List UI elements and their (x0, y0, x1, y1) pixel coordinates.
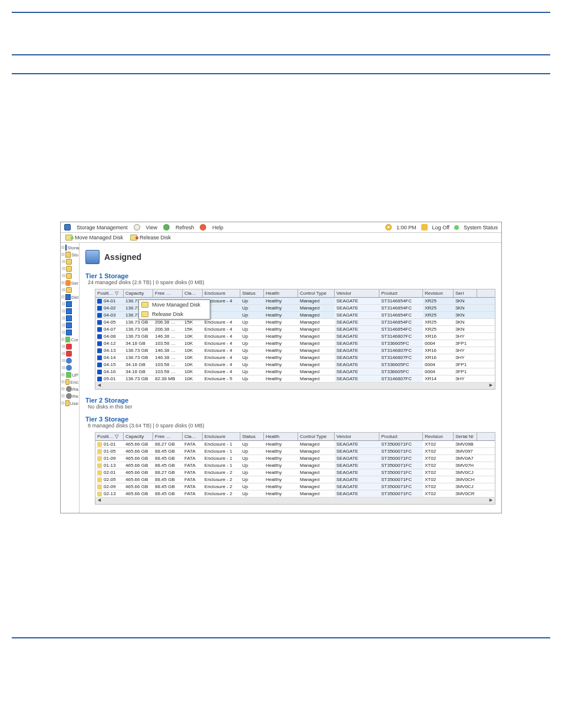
tree-item[interactable]: ⊟ (61, 357, 78, 364)
col-product[interactable]: Product (379, 289, 423, 297)
col-capacity[interactable]: Capacity (124, 433, 153, 440)
tree-label: Sto (71, 252, 78, 258)
col-class[interactable]: Cla… (183, 289, 203, 297)
move-disk-icon (65, 235, 72, 241)
col-status[interactable]: Status (240, 289, 264, 297)
table-row[interactable]: 04-14136.73 GB146.38 …10KEnclosure - 4Up… (95, 354, 495, 361)
disk-icon (97, 299, 102, 304)
nav-tree-panel[interactable]: ⊟Storage⊟Sto⊟⊟⊟⊟Ser⊟⊟Del⊟⊟⊟⊟⊟⊟Cor⊟⊟⊟⊟⊟UP… (61, 243, 80, 513)
tree-item[interactable]: ⊟ (61, 315, 78, 322)
table-row[interactable]: 04-07136.73 GB206.38 …15KEnclosure - 4Up… (95, 326, 495, 333)
tree-item[interactable]: ⊟Re (61, 393, 78, 400)
table-row[interactable]: 04-1534.18 GB103.58 …10KEnclosure - 4UpH… (95, 361, 495, 368)
col-product[interactable]: Product (379, 433, 423, 440)
col-free[interactable]: Free … (153, 433, 183, 440)
horizontal-scrollbar[interactable] (95, 383, 495, 389)
col-free[interactable]: Free … (153, 289, 183, 297)
disk-icon (97, 370, 102, 374)
tier3-grid[interactable]: Positi… ▽CapacityFree …Cla…EnclosureStat… (95, 432, 495, 505)
tree-item[interactable]: ⊟ (61, 286, 78, 294)
ctx-move-managed-disk[interactable]: Move Managed Disk (139, 300, 210, 309)
tree-item[interactable]: ⊟Sto (61, 251, 78, 258)
tree-item[interactable]: ⊟ (61, 364, 78, 371)
menu-storage-mgmt[interactable]: Storage Management (77, 225, 128, 230)
horizontal-scrollbar[interactable] (95, 498, 495, 504)
menu-bar: Storage Management View Refresh Help 1:0… (61, 222, 501, 233)
menu-help[interactable]: Help (212, 225, 223, 230)
table-row[interactable]: 04-1234.18 GB103.58 …10KEnclosure - 4UpH… (95, 340, 495, 347)
table-row[interactable]: 04-08136.73 GB146.38 …10KEnclosure - 4Up… (95, 333, 495, 340)
tree-item[interactable]: ⊟ (61, 272, 78, 279)
view-icon (134, 224, 140, 230)
col-enclosure[interactable]: Enclosure (203, 289, 240, 297)
disk-icon (97, 477, 102, 482)
table-row[interactable]: 02-01465.66 GB88.27 GBFATAEnclosure - 2U… (95, 469, 495, 476)
tree-label: UP (72, 373, 78, 378)
tree-item[interactable]: ⊟Use (61, 400, 78, 407)
ctx-move-label: Move Managed Disk (152, 302, 200, 308)
tree-icon (65, 245, 67, 251)
table-row[interactable]: 05-01136.73 GB82.38 MB10KEnclosure - 5Up… (95, 375, 495, 383)
tree-label: Storage (67, 245, 80, 251)
tree-item[interactable]: ⊟Ra (61, 386, 78, 393)
table-row[interactable]: 01-01465.66 GB88.27 GBFATAEnclosure - 1U… (95, 441, 495, 448)
tree-item[interactable]: ⊟ (61, 308, 78, 315)
col-health[interactable]: Health (264, 433, 298, 440)
tree-item[interactable]: ⊟Storage (61, 244, 78, 251)
tree-item[interactable]: ⊟ (61, 301, 78, 308)
col-revision[interactable]: Revision (423, 433, 454, 440)
col-position[interactable]: Positi… ▽ (95, 289, 124, 297)
col-vendor[interactable]: Vendor (335, 433, 379, 440)
tree-item[interactable]: ⊟ (61, 322, 78, 329)
col-serial[interactable]: Seri (454, 289, 477, 297)
tree-item[interactable]: ⊟ (61, 350, 78, 357)
col-capacity[interactable]: Capacity (124, 289, 153, 297)
col-revision[interactable]: Revision (423, 289, 454, 297)
col-control-type[interactable]: Control Type (298, 433, 335, 440)
table-row[interactable]: 04-05136.73 GB206.38 …15KEnclosure - 4Up… (95, 319, 495, 326)
tree-item[interactable]: ⊟Ser (61, 279, 78, 286)
tree-item[interactable]: ⊟ (61, 265, 78, 272)
table-row[interactable]: 04-1634.18 GB103.58 …10KEnclosure - 4UpH… (95, 368, 495, 375)
tree-label: Del (71, 295, 78, 300)
table-row[interactable]: 04-13136.73 GB146.38 …10KEnclosure - 4Up… (95, 347, 495, 354)
tree-item[interactable]: ⊟Del (61, 294, 78, 301)
tree-item[interactable]: ⊟ (61, 343, 78, 350)
tier2-summary: No disks in this tier (80, 404, 501, 412)
table-row[interactable]: 01-05465.66 GB88.45 GBFATAEnclosure - 1U… (95, 448, 495, 455)
table-row[interactable]: 02-05465.66 GB88.45 GBFATAEnclosure - 2U… (95, 476, 495, 483)
tree-icon (66, 322, 72, 328)
col-position[interactable]: Positi… ▽ (95, 433, 124, 440)
table-row[interactable]: 02-09465.66 GB88.45 GBFATAEnclosure - 2U… (95, 483, 495, 490)
tree-item[interactable]: ⊟Cor (61, 336, 78, 343)
table-row[interactable]: 01-13465.66 GB88.45 GBFATAEnclosure - 1U… (95, 462, 495, 469)
disk-icon (97, 334, 102, 339)
logoff-link[interactable]: Log Off (432, 225, 449, 230)
move-managed-disk-button[interactable]: Move Managed Disk (65, 235, 123, 241)
col-serial[interactable]: Serial Ni (454, 433, 477, 440)
col-vendor[interactable]: Vendor (335, 289, 379, 297)
tree-item[interactable]: ⊟ (61, 258, 78, 265)
col-status[interactable]: Status (240, 433, 264, 440)
release-disk-button[interactable]: Release Disk (130, 235, 171, 241)
tier1-header: Tier 1 Storage (80, 269, 501, 279)
tree-item[interactable]: ⊟Enc (61, 378, 78, 386)
tree-icon (66, 386, 72, 392)
menu-refresh[interactable]: Refresh (176, 225, 194, 230)
col-enclosure[interactable]: Enclosure (203, 433, 240, 440)
col-control-type[interactable]: Control Type (298, 289, 335, 297)
col-health[interactable]: Health (264, 289, 298, 297)
app-icon (64, 224, 71, 230)
ctx-release-disk[interactable]: Release Disk (139, 309, 210, 319)
divider (12, 12, 550, 13)
system-status-link[interactable]: System Status (464, 225, 498, 230)
grid-header-row: Positi… ▽CapacityFree …Cla…EnclosureStat… (95, 433, 495, 441)
panel-title: Assigned (104, 252, 141, 262)
col-class[interactable]: Cla… (183, 433, 203, 440)
menu-view[interactable]: View (146, 225, 157, 230)
tree-item[interactable]: ⊟ (61, 329, 78, 336)
table-row[interactable]: 02-13465.66 GB88.45 GBFATAEnclosure - 2U… (95, 490, 495, 498)
table-row[interactable]: 01-09465.66 GB88.45 GBFATAEnclosure - 1U… (95, 455, 495, 462)
clock-icon (385, 224, 392, 230)
tree-item[interactable]: ⊟UP (61, 371, 78, 378)
